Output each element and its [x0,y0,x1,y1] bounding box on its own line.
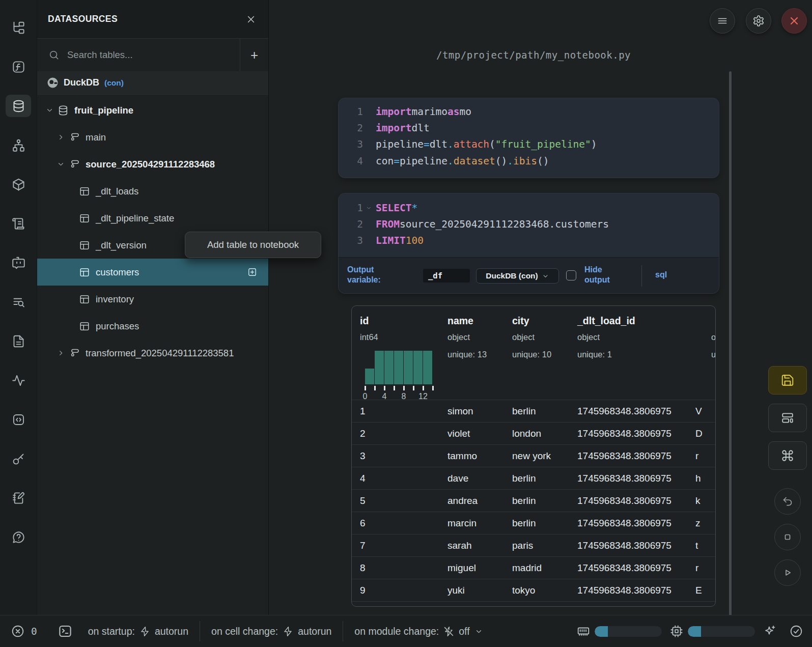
engine-select-dropdown[interactable]: DuckDB (con) [476,268,559,284]
tree-item-main[interactable]: main [37,124,268,151]
vertical-scrollbar[interactable] [729,71,732,631]
language-badge[interactable]: sql [655,270,676,280]
rail-item-scratchpad[interactable] [6,487,31,509]
tree-item-fruit_pipeline[interactable]: fruit_pipeline [37,97,268,124]
code-token: dlt [411,122,429,134]
engine-row-duckdb[interactable]: DuckDB (con) [37,71,268,95]
cell-city: berlin [512,406,536,417]
cell-id: 5 [360,495,366,507]
rail-item-help[interactable] [6,526,31,548]
code-line: 3pipeline = dlt.attach("fruit_pipeline") [339,136,719,153]
sql-cell-editor[interactable]: 1SELECT *2FROM source_202504291112283468… [339,193,719,257]
rail-item-functions[interactable] [6,55,31,78]
column-unique-clipped: u [711,350,716,359]
cell-id: 9 [360,585,366,596]
code-token: ) [591,138,597,150]
line-number: 4 [347,155,363,167]
chevron-right-icon[interactable] [57,133,65,142]
statusbar-on-startup-[interactable]: on startup:autorun [88,626,188,637]
tree-item-transformed_202504291112283581[interactable]: transformed_202504291112283581 [37,340,268,367]
table-row[interactable]: 9yukitokyo1745968348.3806975E [352,579,715,602]
table-row[interactable]: 1simonberlin1745968348.3806975V [352,400,715,423]
rail-item-snippets[interactable] [6,408,31,431]
table-row[interactable]: 8miguelmadrid1745968348.3806975r [352,556,715,579]
tooltip: Add table to notebook [185,232,321,258]
chevron-down-icon[interactable] [366,205,372,211]
cell-name: andrea [447,495,478,507]
tree-item-inventory[interactable]: inventory [37,286,268,313]
cell-name: simon [447,406,473,417]
column-header-id[interactable]: id [360,315,369,327]
statusbar-label: on cell change: [211,626,278,637]
column-header-name[interactable]: name [447,315,473,327]
statusbar-on-module-change-[interactable]: on module change:off [354,626,483,637]
code-token: as [447,106,459,118]
rail-item-list-search[interactable] [6,291,31,313]
rail-item-secrets[interactable] [6,447,31,470]
output-variable-input[interactable]: _df [423,269,470,283]
tree-item-customers[interactable]: customers [37,259,268,286]
rail-item-documentation[interactable] [6,330,31,352]
table-row[interactable]: 2violetlondon1745968348.3806975D [352,422,715,445]
tree-item-_dlt_loads[interactable]: _dlt_loads [37,178,268,205]
rail-item-file-tree[interactable] [6,16,31,39]
python-cell-editor[interactable]: 1import marimo as mo2import dlt3pipeline… [339,98,719,178]
cell-id: 6 [360,518,366,529]
column-type-clipped: o [711,332,716,342]
chevron-right-icon[interactable] [57,349,65,357]
terminal-icon[interactable] [58,624,73,639]
check-circle-icon[interactable] [790,625,803,638]
hide-output-checkbox[interactable] [566,270,576,280]
statusbar-on-cell-change-[interactable]: on cell change:autorun [211,626,331,637]
table-row[interactable]: 7sarahparis1745968348.3806975t [352,534,715,557]
snippets-icon [12,413,25,427]
add-datasource-button[interactable]: + [240,39,268,71]
rail-item-database[interactable] [6,95,31,117]
rail-item-packages[interactable] [6,173,31,195]
code-token: . [447,155,454,167]
search-input[interactable] [66,49,235,61]
table-row[interactable]: 5andreaberlin1745968348.3806975k [352,489,715,512]
error-indicator[interactable]: 0 [11,625,37,638]
rail-item-activity[interactable] [6,369,31,391]
rail-item-logs[interactable] [6,212,31,235]
notebook-path: /tmp/project/path/my_notebook.py [269,49,798,61]
cell-city: paris [512,540,533,551]
close-app-button[interactable] [781,8,807,34]
cell-load-id: 1745968348.3806975 [577,428,671,439]
play-button[interactable] [774,559,801,586]
layout-button[interactable] [768,404,807,432]
line-number: 2 [347,218,363,230]
dependencies-icon [12,138,25,152]
rail-item-chatbot[interactable] [6,251,31,274]
column-header-_dlt_load_id[interactable]: _dlt_load_id [577,315,635,327]
rail-item-dependencies[interactable] [6,134,31,156]
close-icon[interactable] [246,14,256,24]
code-token: () [495,155,507,167]
undo-button[interactable] [774,488,801,515]
tree-item-purchases[interactable]: purchases [37,313,268,340]
settings-button[interactable] [746,8,771,34]
plus-square-icon[interactable] [247,267,257,277]
menu-button[interactable] [710,8,735,34]
table-row[interactable]: 3tammonew york1745968348.3806975r [352,444,715,467]
code-token: source_202504291112283468.customers [400,218,609,230]
table-row[interactable]: 4daveberlin1745968348.3806975h [352,467,715,490]
save-button[interactable] [768,366,807,395]
stop-button[interactable] [774,524,801,550]
output-variable-label: Output variable: [347,265,391,285]
column-unique-count: unique: 10 [512,350,551,359]
command-button[interactable] [768,441,807,470]
divider [641,265,642,287]
table-row[interactable]: 6marcinberlin1745968348.3806975z [352,512,715,535]
column-header-city[interactable]: city [512,315,529,327]
tree-item-_dlt_pipeline_state[interactable]: _dlt_pipeline_state [37,205,268,232]
chevron-down-icon[interactable] [57,160,65,168]
code-token: SELECT [376,202,411,214]
sparkles-icon[interactable] [763,625,776,638]
column-type: object [447,332,470,342]
tree-item-source_202504291112283468[interactable]: source_202504291112283468 [37,151,268,178]
close-icon [788,15,800,27]
chevron-down-icon[interactable] [45,106,54,115]
histogram-bar [404,351,413,384]
